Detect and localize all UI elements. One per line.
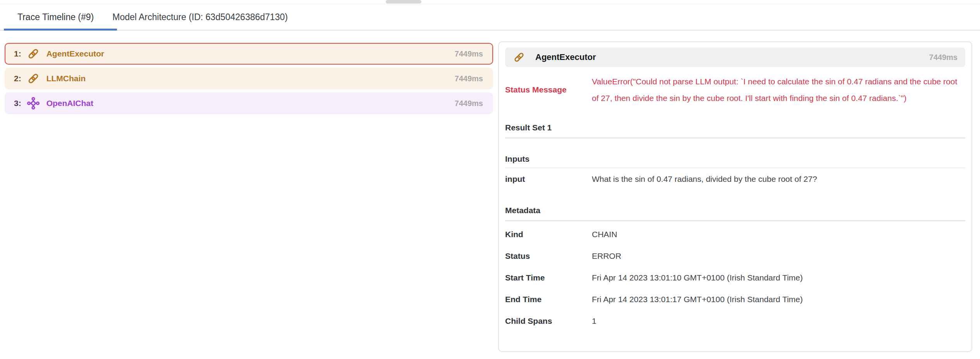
chain-link-icon — [27, 47, 40, 60]
span-index: 1: — [14, 49, 21, 58]
status-message-label: Status Message — [505, 85, 592, 94]
span-row-llmchain[interactable]: 2: LLMChain 7449ms — [5, 68, 493, 89]
status-message-row: Status Message ValueError("Could not par… — [505, 73, 965, 106]
span-name: LLMChain — [46, 74, 86, 83]
tab-model-architecture[interactable]: Model Architecture (ID: 63d50426386d7130… — [112, 12, 288, 22]
inputs-heading: Inputs — [505, 154, 965, 164]
metadata-value: Fri Apr 14 2023 13:01:17 GMT+0100 (Irish… — [592, 295, 965, 304]
span-index: 3: — [14, 99, 21, 108]
metadata-row-kind: Kind CHAIN — [505, 224, 965, 245]
metadata-key: Start Time — [505, 273, 592, 282]
metadata-row-status: Status ERROR — [505, 245, 965, 267]
metadata-value: ERROR — [592, 251, 965, 261]
trace-span-list: 1: AgentExecutor 7449ms 2: LLMChain 7449… — [5, 43, 493, 117]
metadata-value: 1 — [592, 316, 965, 326]
span-detail-panel: AgentExecutor 7449ms Status Message Valu… — [498, 41, 972, 352]
tab-bar: Trace Timeline (#9) Model Architecture (… — [0, 4, 980, 31]
metadata-key: Child Spans — [505, 316, 592, 326]
metadata-row-end-time: End Time Fri Apr 14 2023 13:01:17 GMT+01… — [505, 289, 965, 310]
metadata-row-start-time: Start Time Fri Apr 14 2023 13:01:10 GMT+… — [505, 267, 965, 289]
section-divider — [505, 220, 965, 221]
span-duration: 7449ms — [455, 50, 483, 58]
input-key: input — [505, 174, 592, 184]
llm-node-icon — [27, 97, 40, 110]
top-scrollbar-fragment — [386, 0, 421, 3]
span-name: OpenAIChat — [46, 99, 93, 108]
detail-title: AgentExecutor — [535, 52, 596, 62]
status-message-value: ValueError("Could not parse LLM output: … — [592, 73, 965, 106]
input-value: What is the sin of 0.47 radians, divided… — [592, 174, 965, 184]
metadata-value: Fri Apr 14 2023 13:01:10 GMT+0100 (Irish… — [592, 273, 965, 282]
metadata-value: CHAIN — [592, 230, 965, 239]
chain-link-icon — [513, 51, 525, 63]
result-set-heading: Result Set 1 — [505, 123, 965, 133]
span-name: AgentExecutor — [46, 49, 104, 58]
metadata-key: Kind — [505, 230, 592, 239]
tab-trace-timeline[interactable]: Trace Timeline (#9) — [17, 12, 94, 22]
span-row-openaichat[interactable]: 3: OpenAIChat 7449ms — [5, 92, 493, 114]
detail-duration: 7449ms — [929, 53, 958, 62]
metadata-table: Kind CHAIN Status ERROR Start Time Fri A… — [505, 224, 965, 332]
span-index: 2: — [14, 74, 21, 83]
metadata-row-child-spans: Child Spans 1 — [505, 310, 965, 332]
chain-link-icon — [27, 72, 40, 85]
detail-header: AgentExecutor 7449ms — [505, 48, 965, 67]
metadata-key: End Time — [505, 295, 592, 304]
active-tab-underline — [4, 29, 117, 31]
span-row-agentexecutor[interactable]: 1: AgentExecutor 7449ms — [5, 43, 493, 65]
metadata-key: Status — [505, 251, 592, 261]
input-row: input What is the sin of 0.47 radians, d… — [505, 168, 965, 190]
span-duration: 7449ms — [455, 74, 483, 83]
section-divider — [505, 137, 965, 138]
span-duration: 7449ms — [455, 99, 483, 108]
metadata-heading: Metadata — [505, 205, 965, 215]
